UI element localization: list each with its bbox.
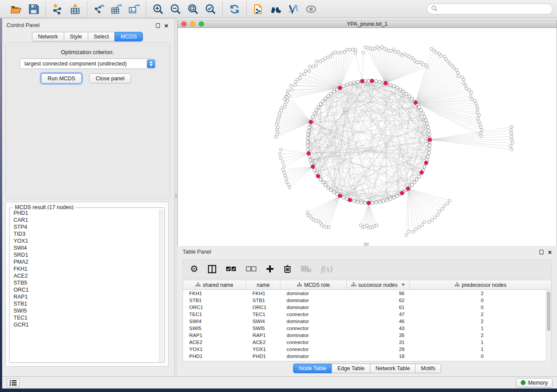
export-table-icon[interactable] xyxy=(111,3,122,15)
tab-motifs[interactable]: Motifs xyxy=(415,364,441,373)
table-body: FKH1FKH1dominator962STB1STB1dominator620… xyxy=(183,290,551,360)
table-row[interactable]: YOX1YOX1connector291 xyxy=(183,346,551,353)
float-panel-icon[interactable] xyxy=(156,23,160,28)
list-item[interactable]: STB1 xyxy=(10,300,159,307)
optimization-criterion-select[interactable]: largest connected component (undirected) xyxy=(20,58,156,69)
table-row[interactable]: PHD1PHD1dominator180 xyxy=(183,353,551,360)
list-item[interactable]: GCR1 xyxy=(10,321,159,328)
deselect-all-icon[interactable] xyxy=(246,264,256,274)
table-float-panel-icon[interactable] xyxy=(540,250,543,254)
column-header-predecessor-nodes[interactable]: predecessor nodes xyxy=(410,280,551,289)
zoom-fit-icon[interactable] xyxy=(187,3,199,15)
table-row[interactable]: ORC1ORC1dominator610 xyxy=(183,304,551,311)
zoom-selected-icon[interactable] xyxy=(205,3,216,15)
network-graph[interactable] xyxy=(178,28,557,245)
tab-network-table[interactable]: Network Table xyxy=(370,364,415,373)
list-item[interactable]: STP4 xyxy=(10,224,159,230)
table-cell: 2 xyxy=(410,333,489,338)
horizontal-splitter-handle[interactable] xyxy=(364,243,369,246)
mcds-result-list[interactable]: PHD1CAR1STP4TID3YOX1SWI4SRD1PMA2FKH1ACE2… xyxy=(10,210,159,362)
list-item[interactable]: ACE2 xyxy=(10,272,159,279)
table-row[interactable]: FKH1FKH1dominator962 xyxy=(183,290,551,297)
column-header-MCDS-role[interactable]: MCDS role xyxy=(280,280,347,289)
table-cell: SWI5 xyxy=(183,326,246,331)
table-row[interactable]: SWI5SWI5connector431 xyxy=(183,325,551,332)
table-cell: 0 xyxy=(410,298,489,303)
table-cell: dominator xyxy=(280,319,347,324)
column-chooser-icon[interactable] xyxy=(208,264,216,274)
tab-edge-table[interactable]: Edge Table xyxy=(332,364,370,373)
table-cell: 43 xyxy=(347,326,410,331)
column-header-successor-nodes[interactable]: successor nodes xyxy=(347,280,410,289)
node-table: shared namenameMCDS rolesuccessor nodesp… xyxy=(183,280,552,361)
list-item[interactable]: SWI5 xyxy=(10,307,159,314)
tab-style[interactable]: Style xyxy=(64,32,88,41)
add-column-icon[interactable] xyxy=(266,264,274,274)
table-cell: 1 xyxy=(410,347,489,352)
run-mcds-button[interactable]: Run MCDS xyxy=(41,73,82,83)
open-file-icon[interactable] xyxy=(10,3,22,15)
list-item[interactable]: TEC1 xyxy=(10,314,159,321)
import-table-icon[interactable] xyxy=(69,3,81,15)
table-cell: 62 xyxy=(347,298,410,303)
mcds-list-scrollbar[interactable] xyxy=(159,210,164,362)
close-panel-icon[interactable]: × xyxy=(164,23,168,28)
list-item[interactable]: FKH1 xyxy=(10,265,159,272)
import-network-icon[interactable] xyxy=(52,3,63,15)
select-all-icon[interactable] xyxy=(226,264,236,274)
table-scrollbar-thumb[interactable] xyxy=(547,292,550,331)
table-row[interactable]: ACE2ACE2connector311 xyxy=(183,339,551,346)
table-close-panel-icon[interactable]: × xyxy=(548,250,552,254)
table-row[interactable]: STB1STB1dominator620 xyxy=(183,297,551,304)
list-item[interactable]: YOX1 xyxy=(10,237,159,244)
column-header-name[interactable]: name xyxy=(246,280,280,289)
list-item[interactable]: PMA2 xyxy=(10,258,159,265)
column-header-shared-name[interactable]: shared name xyxy=(183,280,246,289)
list-item[interactable]: SWI4 xyxy=(10,244,159,251)
network-window-title: YPA_prune.txt_1 xyxy=(178,21,557,27)
gear-icon[interactable]: ⚙ xyxy=(190,264,198,274)
vertical-splitter-handle[interactable] xyxy=(175,194,177,198)
tab-select[interactable]: Select xyxy=(88,32,115,41)
table-row[interactable]: RAP1RAP1dominator352 xyxy=(183,332,551,339)
task-history-button[interactable] xyxy=(7,378,20,387)
refresh-layout-icon[interactable] xyxy=(229,3,240,15)
table-cell: 29 xyxy=(347,347,410,352)
list-item[interactable]: TID3 xyxy=(10,230,159,237)
delete-column-icon[interactable] xyxy=(284,264,291,274)
table-cell: 96 xyxy=(347,291,410,296)
table-cell: RAP1 xyxy=(183,333,246,338)
table-row[interactable]: SWI4SWI4dominator462 xyxy=(183,318,551,325)
list-item[interactable]: RAP1 xyxy=(10,293,159,300)
table-cell: RAP1 xyxy=(246,333,280,338)
table-toolbar: ⚙ f(x) xyxy=(183,259,552,279)
save-session-icon[interactable] xyxy=(28,3,39,15)
hide-unhide-icon[interactable] xyxy=(288,3,299,15)
list-item[interactable]: CAR1 xyxy=(10,217,159,224)
select-stepper-icon xyxy=(147,59,155,68)
table-cell: 61 xyxy=(347,305,410,310)
network-canvas[interactable] xyxy=(177,28,557,246)
list-item[interactable]: STB5 xyxy=(10,279,159,286)
tab-node-table[interactable]: Node Table xyxy=(293,364,332,373)
zoom-out-icon[interactable] xyxy=(170,3,181,15)
export-image-icon[interactable] xyxy=(128,3,140,15)
tab-mcds[interactable]: MCDS xyxy=(114,32,143,41)
list-item[interactable]: SRD1 xyxy=(10,251,159,258)
list-item[interactable]: PHD1 xyxy=(10,210,159,217)
network-window-titlebar[interactable]: YPA_prune.txt_1 xyxy=(177,20,557,28)
export-network-icon[interactable] xyxy=(93,3,105,15)
table-cell: FKH1 xyxy=(246,291,280,296)
network-from-file-icon[interactable] xyxy=(253,3,264,15)
table-cell: 46 xyxy=(347,319,410,324)
table-row[interactable]: TEC1TEC1connector472 xyxy=(183,311,551,318)
list-item[interactable]: ORC1 xyxy=(10,286,159,293)
zoom-in-icon[interactable] xyxy=(152,3,164,15)
tab-network[interactable]: Network xyxy=(32,32,64,41)
close-panel-button[interactable]: Close panel xyxy=(89,73,131,83)
table-scrollbar[interactable] xyxy=(546,290,551,362)
optimization-label: Optimization criterion: xyxy=(2,49,173,55)
memory-button[interactable]: Memory xyxy=(516,378,553,388)
search-input[interactable] xyxy=(427,3,553,14)
binoculars-icon[interactable] xyxy=(270,3,282,15)
